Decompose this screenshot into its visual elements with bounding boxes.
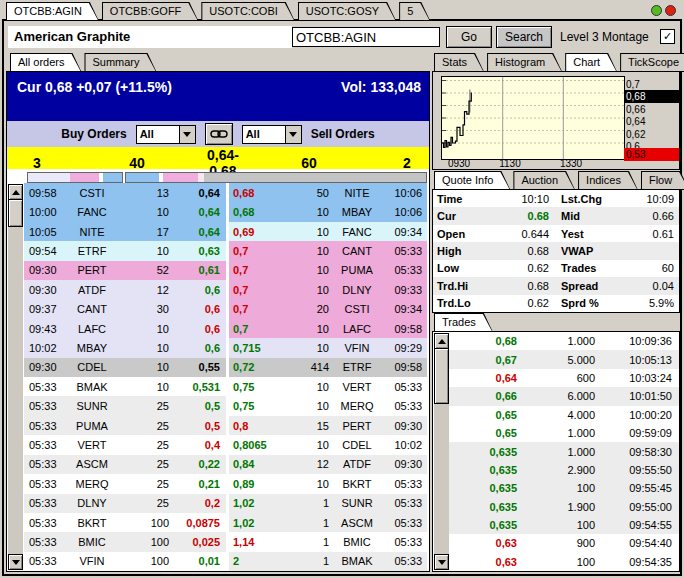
tab-stats[interactable]: Stats — [434, 53, 484, 72]
tab-chart[interactable]: Chart — [565, 53, 617, 72]
link-filters-button[interactable] — [205, 123, 233, 145]
ask-row[interactable]: 1,021ASCM05:33 — [229, 513, 427, 532]
ask-row[interactable]: 0,8910BKRT05:33 — [229, 474, 427, 493]
ask-row[interactable]: 0,710CANT05:33 — [229, 241, 427, 260]
tab-flow[interactable]: Flow — [641, 171, 684, 190]
quote-label: Trd.Lo — [433, 297, 487, 309]
tab-indices[interactable]: Indices — [578, 171, 638, 190]
chevron-down-glyph — [289, 132, 297, 137]
scrollbar-thumb[interactable] — [8, 199, 23, 227]
bid-row[interactable]: 05:33VFIN1000,01 — [24, 552, 226, 571]
tab-auction[interactable]: Auction — [513, 171, 575, 190]
ask-row[interactable]: 0,815PERT09:30 — [229, 416, 427, 435]
tab-trades[interactable]: Trades — [434, 313, 493, 332]
ask-row[interactable]: 1,021SUNR05:33 — [229, 494, 427, 513]
ask-row[interactable]: 0,72414ETRF09:58 — [229, 358, 427, 377]
tab-5[interactable]: 5 — [399, 2, 430, 21]
scrollbar-thumb[interactable] — [434, 348, 449, 404]
ask-mpid: MBAY — [329, 206, 385, 218]
scroll-down-button[interactable] — [434, 554, 449, 570]
bid-row[interactable]: 09:30CDEL100,55 — [24, 358, 226, 377]
tab-usotc-cobi[interactable]: USOTC:COBI — [201, 2, 294, 21]
ask-row[interactable]: 0,720CSTI09:34 — [229, 299, 427, 318]
ask-row[interactable]: 0,806510CDEL10:02 — [229, 435, 427, 454]
bid-row[interactable]: 09:30PERT520,61 — [24, 261, 226, 280]
bid-size: 25 — [117, 439, 169, 451]
bid-price: 0,0875 — [169, 517, 226, 529]
bid-row[interactable]: 10:00FANC100,64 — [24, 202, 226, 221]
ask-row[interactable]: 0,7510VERT05:33 — [229, 377, 427, 396]
scroll-up-button[interactable] — [8, 184, 23, 200]
bid-row[interactable]: 05:33PUMA250,5 — [24, 416, 226, 435]
go-button[interactable]: Go — [446, 26, 492, 48]
bid-row[interactable]: 09:30ATDF120,6 — [24, 280, 226, 299]
bid-row[interactable]: 05:33BKRT1000,0875 — [24, 513, 226, 532]
scroll-down-button[interactable] — [8, 554, 23, 570]
ask-row[interactable]: 0,710LAFC09:58 — [229, 319, 427, 338]
ask-row[interactable]: 0,6810MBAY10:06 — [229, 202, 427, 221]
ask-row[interactable]: 21BMAK05:33 — [229, 552, 427, 571]
bid-row[interactable]: 05:33VERT250,4 — [24, 435, 226, 454]
bid-row[interactable]: 05:33MERQ250,21 — [24, 474, 226, 493]
trade-time: 10:01:50 — [595, 390, 679, 402]
bid-price: 0,64 — [169, 206, 226, 218]
bid-row[interactable]: 05:33DLNY250,2 — [24, 494, 226, 513]
ask-mpid: CSTI — [329, 303, 385, 315]
ask-row[interactable]: 0,6910FANC09:34 — [229, 222, 427, 241]
bid-row[interactable]: 09:37CANT300,6 — [24, 299, 226, 318]
level3-montage-checkbox[interactable]: ✓ — [660, 29, 675, 44]
bid-size: 25 — [117, 478, 169, 490]
status-green-circle-icon[interactable] — [651, 5, 662, 16]
trade-price: 0,67 — [449, 354, 517, 366]
book-scrollbar[interactable] — [8, 184, 23, 570]
bid-row[interactable]: 05:33BMIC1000,025 — [24, 532, 226, 551]
ask-row[interactable]: 1,141BMIC05:33 — [229, 532, 427, 551]
search-button[interactable]: Search — [496, 26, 552, 48]
ask-row[interactable]: 0,710DLNY09:33 — [229, 280, 427, 299]
tab-summary[interactable]: Summary — [84, 53, 156, 72]
x-tick-label: 1130 — [493, 158, 527, 169]
chevron-down-icon[interactable] — [285, 126, 301, 143]
trades-scrollbar[interactable] — [434, 333, 449, 570]
scroll-up-button[interactable] — [434, 333, 449, 349]
status-red-circle-icon[interactable] — [665, 5, 676, 16]
ask-row[interactable]: 0,6850NITE10:06 — [229, 183, 427, 202]
bid-mpid: CSTI — [67, 187, 117, 199]
tab-face: USOTC:COBI — [202, 3, 293, 20]
bid-row[interactable]: 10:02MBAY100,6 — [24, 338, 226, 357]
tab-all-orders[interactable]: All orders — [10, 53, 81, 72]
ask-row[interactable]: 0,7510MERQ05:33 — [229, 396, 427, 415]
tab-quote-info[interactable]: Quote Info — [434, 171, 510, 190]
buy-filter-select[interactable]: All — [136, 125, 196, 144]
ask-row[interactable]: 0,71510VFIN09:29 — [229, 338, 427, 357]
ask-list: 0,6850NITE10:060,6810MBAY10:060,6910FANC… — [229, 183, 427, 571]
tab-usotc-gosy[interactable]: USOTC:GOSY — [298, 2, 396, 21]
main-frame: American Graphite Go Search Level 3 Mont… — [2, 19, 682, 576]
bid-price: 0,55 — [169, 361, 226, 373]
ask-row[interactable]: 0,8412ATDF09:30 — [229, 455, 427, 474]
x-tick-label: 1330 — [554, 158, 588, 169]
trade-row: 0,6310009:54:35 — [449, 553, 679, 571]
bid-mpid: ETRF — [67, 245, 117, 257]
tab-histogram[interactable]: Histogram — [487, 53, 562, 72]
trade-price: 0,68 — [449, 335, 517, 347]
bid-row[interactable]: 09:58CSTI130,64 — [24, 183, 226, 202]
bid-row[interactable]: 05:33ASCM250,22 — [24, 455, 226, 474]
tab-otcbb-goff[interactable]: OTCBB:GOFF — [102, 2, 199, 21]
sell-filter-select[interactable]: All — [242, 125, 302, 144]
bid-row[interactable]: 05:33SUNR250,5 — [24, 396, 226, 415]
bid-time: 05:33 — [24, 517, 67, 529]
ask-price: 0,68 — [229, 187, 283, 199]
bid-row[interactable]: 05:33BMAK100,531 — [24, 377, 226, 396]
chevron-down-icon[interactable] — [179, 126, 195, 143]
tab-tickscope[interactable]: TickScope — [620, 53, 684, 72]
bid-row[interactable]: 09:43LAFC100,6 — [24, 319, 226, 338]
ask-row[interactable]: 0,710PUMA05:33 — [229, 261, 427, 280]
symbol-input[interactable] — [292, 27, 440, 47]
bid-price: 0,63 — [169, 245, 226, 257]
bid-row[interactable]: 09:54ETRF100,63 — [24, 241, 226, 260]
tab-otcbb-agin[interactable]: OTCBB:AGIN — [6, 2, 99, 21]
bid-row[interactable]: 10:05NITE170,64 — [24, 222, 226, 241]
tab-label: OTCBB:GOFF — [110, 5, 182, 17]
trade-size: 4.000 — [517, 409, 595, 421]
